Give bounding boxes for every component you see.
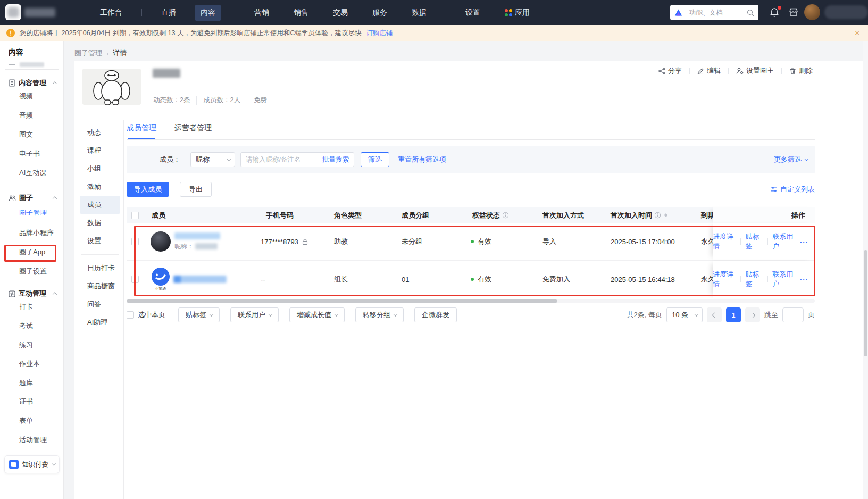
jump-page-input[interactable] xyxy=(782,307,804,322)
sidebar-item-circle-mgmt[interactable]: 圈子管理 xyxy=(19,208,47,218)
sidebar-group-circle[interactable]: 圈子 xyxy=(0,192,64,204)
sidebar-item-certificate[interactable]: 证书 xyxy=(19,397,33,406)
nav-item-marketing[interactable]: 营销 xyxy=(249,5,274,21)
export-button[interactable]: 导出 xyxy=(180,182,212,197)
customize-columns-link[interactable]: 自定义列表 xyxy=(771,185,815,194)
select-page-checkbox[interactable] xyxy=(127,311,134,319)
nav-item-trade[interactable]: 交易 xyxy=(328,5,353,21)
bulk-contact-button[interactable]: 联系用户 xyxy=(230,307,279,322)
nav-item-live[interactable]: 直播 xyxy=(156,5,181,21)
nav-item-apps[interactable]: 应用 xyxy=(499,5,535,21)
sidebar-item-article[interactable]: 图文 xyxy=(19,130,33,139)
sidebar-item-brand-miniapp[interactable]: 品牌小程序 xyxy=(19,228,54,238)
batch-search-link[interactable]: 批量搜索 xyxy=(322,155,349,164)
sort-icon[interactable] xyxy=(664,213,667,217)
close-icon[interactable]: × xyxy=(855,29,859,37)
table-row[interactable]: 昵称： 177****8793 助教 未分组 有效 导入 2025-05-15 … xyxy=(127,223,815,261)
more-actions-icon[interactable]: ··· xyxy=(800,238,808,246)
menu-item-incentive[interactable]: 激励 xyxy=(80,178,120,196)
sidebar-item-circle-app[interactable]: 圈子App xyxy=(19,247,45,257)
sidebar-item-checkin[interactable]: 打卡 xyxy=(19,302,33,312)
next-page-button[interactable] xyxy=(745,307,760,322)
screen: 工作台 直播 内容 营销 销售 交易 服务 数据 设置 应用 xyxy=(0,0,868,499)
info-icon[interactable] xyxy=(654,212,661,219)
more-actions-icon[interactable]: ··· xyxy=(800,276,808,284)
sidebar-item-video[interactable]: 视频 xyxy=(19,92,33,101)
select-all-checkbox[interactable] xyxy=(131,212,139,219)
more-filters-link[interactable]: 更多筛选 xyxy=(774,155,807,164)
user-avatar[interactable] xyxy=(804,4,820,20)
wecom-broadcast-button[interactable]: 企微群发 xyxy=(414,307,457,322)
menu-item-courses[interactable]: 课程 xyxy=(80,142,120,160)
sidebar-item-circle-settings[interactable]: 圈子设置 xyxy=(19,267,47,276)
table-row[interactable]: 小鹅通 -- 组长 01 有效 免费加入 2025-05-15 16:44:18… xyxy=(127,261,815,298)
sidebar-item-activity-mgmt[interactable]: 活动管理 xyxy=(19,435,47,445)
sidebar-item-audio[interactable]: 音频 xyxy=(19,111,33,120)
contact-user-link[interactable]: 联系用户 xyxy=(772,270,795,289)
filter-field-select[interactable]: 昵称 xyxy=(190,152,235,167)
menu-item-product-showcase[interactable]: 商品橱窗 xyxy=(80,277,120,295)
menu-item-members[interactable]: 成员 xyxy=(80,196,120,214)
tag-link[interactable]: 贴标签 xyxy=(746,270,763,289)
edit-button[interactable]: 编辑 xyxy=(697,66,721,76)
tab-member-management[interactable]: 成员管理 xyxy=(127,122,156,139)
row-checkbox[interactable] xyxy=(131,238,139,245)
bulk-tag-button[interactable]: 贴标签 xyxy=(178,307,220,322)
lock-icon[interactable] xyxy=(302,238,308,245)
nav-item-sales[interactable]: 销售 xyxy=(288,5,314,21)
prev-page-button[interactable] xyxy=(707,307,722,322)
sidebar-group-content-mgmt[interactable]: 内容管理 xyxy=(0,77,64,89)
breadcrumb-parent[interactable]: 圈子管理 xyxy=(74,48,102,58)
store-icon[interactable] xyxy=(788,7,800,19)
vertical-scrollbar-thumb[interactable] xyxy=(864,250,867,356)
sidebar-item-ai-course[interactable]: AI互动课 xyxy=(19,168,46,178)
sidebar-item-practice[interactable]: 练习 xyxy=(19,340,33,350)
page-size-select[interactable]: 10 条 xyxy=(666,307,703,322)
sidebar-item-exam[interactable]: 考试 xyxy=(19,321,33,331)
sidebar-item-ebook[interactable]: 电子书 xyxy=(19,149,40,159)
filter-button[interactable]: 筛选 xyxy=(361,152,389,167)
nickname-input[interactable] xyxy=(246,156,322,163)
set-owner-button[interactable]: 设置圈主 xyxy=(736,66,774,76)
sidebar-group-interaction[interactable]: 互动管理 xyxy=(0,288,64,300)
menu-item-calendar-checkin[interactable]: 日历打卡 xyxy=(80,259,120,277)
menu-item-qa[interactable]: 问答 xyxy=(80,295,120,313)
menu-item-groups[interactable]: 小组 xyxy=(80,160,120,178)
nav-item-content[interactable]: 内容 xyxy=(195,5,221,21)
delete-button[interactable]: 删除 xyxy=(789,66,813,76)
menu-item-moments[interactable]: 动态 xyxy=(80,123,120,142)
renew-store-link[interactable]: 订购店铺 xyxy=(366,29,393,38)
horizontal-scrollbar-thumb[interactable] xyxy=(127,299,557,303)
member-role: 组长 xyxy=(334,261,348,298)
nav-item-data[interactable]: 数据 xyxy=(406,5,432,21)
progress-detail-link[interactable]: 进度详情 xyxy=(713,270,736,289)
nav-item-service[interactable]: 服务 xyxy=(367,5,393,21)
nav-item-workbench[interactable]: 工作台 xyxy=(95,5,128,21)
search-input[interactable] xyxy=(689,9,744,16)
import-members-button[interactable]: 导入成员 xyxy=(127,182,169,197)
row-checkbox[interactable] xyxy=(131,276,139,283)
progress-detail-link[interactable]: 进度详情 xyxy=(713,232,736,251)
share-button[interactable]: 分享 xyxy=(658,66,682,76)
brand-logo xyxy=(5,4,21,20)
action-separator xyxy=(767,238,768,245)
reset-filters-link[interactable]: 重置所有筛选项 xyxy=(398,155,446,164)
sidebar-item-question-bank[interactable]: 题库 xyxy=(19,378,33,388)
menu-item-settings[interactable]: 设置 xyxy=(80,232,120,250)
page-number-button[interactable]: 1 xyxy=(726,307,741,322)
tab-operator-management[interactable]: 运营者管理 xyxy=(174,122,212,139)
menu-item-data[interactable]: 数据 xyxy=(80,214,120,232)
knowledge-pay-switcher[interactable]: 知识付费 xyxy=(4,455,60,473)
bulk-growth-button[interactable]: 增减成长值 xyxy=(289,307,345,322)
nav-item-settings[interactable]: 设置 xyxy=(460,5,486,21)
search-icon[interactable] xyxy=(747,9,754,16)
sidebar-item-form[interactable]: 表单 xyxy=(19,416,33,426)
member-phone: 177****8793 xyxy=(261,223,308,260)
tag-link[interactable]: 贴标签 xyxy=(746,232,763,251)
menu-item-ai-assistant[interactable]: AI助理 xyxy=(80,313,120,331)
sidebar-item-homework[interactable]: 作业本 xyxy=(19,359,40,369)
bulk-transfer-group-button[interactable]: 转移分组 xyxy=(355,307,404,322)
notification-bell-icon[interactable] xyxy=(769,7,781,19)
info-icon[interactable] xyxy=(502,212,509,219)
contact-user-link[interactable]: 联系用户 xyxy=(772,232,795,251)
